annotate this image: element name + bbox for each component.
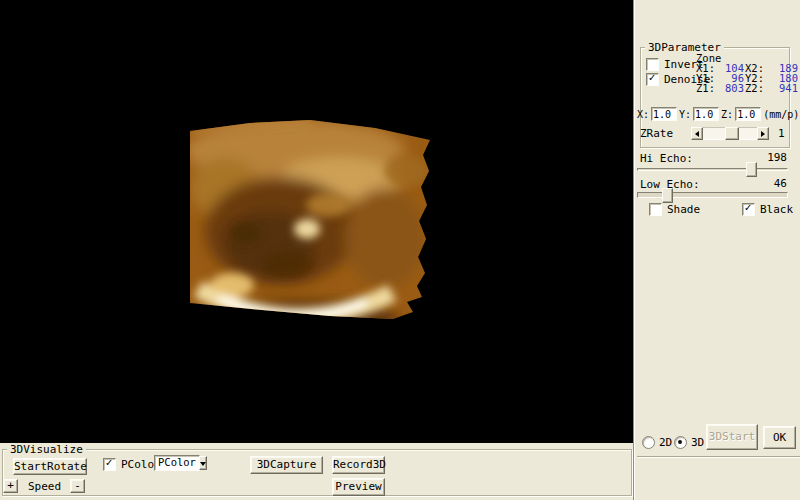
check-icon: ✓	[648, 72, 656, 83]
x-label: X:	[637, 109, 649, 120]
shade-checkbox-box: ✓	[649, 203, 662, 216]
black-label: Black	[760, 203, 793, 216]
low-echo-slider[interactable]	[637, 188, 788, 202]
zrate-scrollbar[interactable]	[691, 127, 769, 140]
zone-readout: Zone X1: 104 X2: 189 Y1: 96 Y2: 180 Z1: …	[696, 53, 799, 93]
mode-2d-label: 2D	[659, 436, 672, 449]
visualize-group-title: 3DVisualize	[7, 443, 86, 456]
z-scale-input[interactable]	[735, 107, 761, 121]
scale-row: X: Y: Z: (mm/p)	[637, 107, 799, 121]
zrate-value: 1	[778, 128, 785, 139]
app-window: 3DParameter ✓ Invert ✓ Denoise Zone X1: …	[0, 0, 800, 500]
preview-button[interactable]: Preview	[332, 478, 385, 496]
denoise-checkbox-box: ✓	[646, 73, 659, 86]
low-echo-track	[637, 192, 788, 198]
capture-3d-button[interactable]: 3DCapture	[250, 456, 323, 474]
start-rotate-button[interactable]: StartRotate	[13, 458, 87, 475]
left-arrow-icon	[692, 131, 699, 137]
hi-echo-slider[interactable]	[637, 162, 788, 176]
record-3d-button[interactable]: Record3D	[332, 456, 385, 474]
hi-echo-thumb[interactable]	[746, 162, 757, 177]
check-icon: ✓	[744, 202, 752, 213]
shade-label: Shade	[667, 203, 700, 216]
invert-checkbox-box: ✓	[646, 58, 659, 71]
dropdown-arrow-button[interactable]	[199, 456, 207, 470]
radio-circle	[674, 436, 687, 449]
parameter-panel: 3DParameter ✓ Invert ✓ Denoise Zone X1: …	[633, 0, 800, 500]
visualize-panel: 3DVisualize StartRotate + Speed - ✓ PCol…	[0, 443, 633, 500]
zrate-scrollbar-thumb[interactable]	[725, 127, 739, 140]
mode-3d-label: 3D	[691, 436, 704, 449]
y-scale-input[interactable]	[693, 107, 719, 121]
mode-3d-radio[interactable]: 3D	[674, 436, 704, 449]
hi-echo-track	[637, 168, 788, 171]
zrate-label: ZRate	[640, 128, 673, 139]
panel-divider	[637, 456, 800, 458]
pcolor-dropdown-value: PColor	[155, 456, 199, 470]
black-checkbox-box: ✓	[742, 203, 755, 216]
ok-button[interactable]: OK	[763, 426, 796, 449]
zone-label: Z1:	[696, 83, 719, 93]
x-scale-input[interactable]	[651, 107, 677, 121]
chevron-down-icon	[200, 462, 206, 469]
y-label: Y:	[679, 109, 691, 120]
radio-dot	[678, 440, 682, 444]
radio-circle	[642, 436, 655, 449]
zone-label: Z2:	[745, 83, 771, 93]
ultrasound-volume-image	[180, 113, 432, 323]
speed-plus-button[interactable]: +	[3, 479, 18, 493]
zone-grid: X1: 104 X2: 189 Y1: 96 Y2: 180 Z1: 803 Z…	[696, 63, 799, 93]
render-viewport[interactable]	[0, 0, 633, 443]
pcolor-checkbox-box: ✓	[103, 458, 116, 471]
low-echo-thumb[interactable]	[662, 188, 673, 203]
right-arrow-icon	[761, 131, 768, 137]
zrate-right-arrow-button[interactable]	[757, 127, 769, 140]
zone-value: 803	[719, 83, 745, 93]
zrate-scrollbar-track[interactable]	[703, 127, 757, 140]
check-icon: ✓	[105, 457, 113, 468]
mode-2d-radio[interactable]: 2D	[642, 436, 672, 449]
pcolor-checkbox[interactable]: ✓ PColor	[103, 458, 161, 471]
zone-value: 941	[771, 83, 799, 93]
start-3d-button[interactable]: 3DStart	[706, 424, 758, 450]
z-label: Z:	[721, 109, 733, 120]
black-checkbox[interactable]: ✓ Black	[742, 203, 793, 216]
speed-label: Speed	[28, 481, 61, 492]
speed-minus-button[interactable]: -	[70, 479, 85, 493]
unit-label: (mm/p)	[763, 109, 799, 120]
pcolor-dropdown[interactable]: PColor	[154, 455, 200, 471]
zrate-left-arrow-button[interactable]	[691, 127, 703, 140]
shade-checkbox[interactable]: ✓ Shade	[649, 203, 700, 216]
